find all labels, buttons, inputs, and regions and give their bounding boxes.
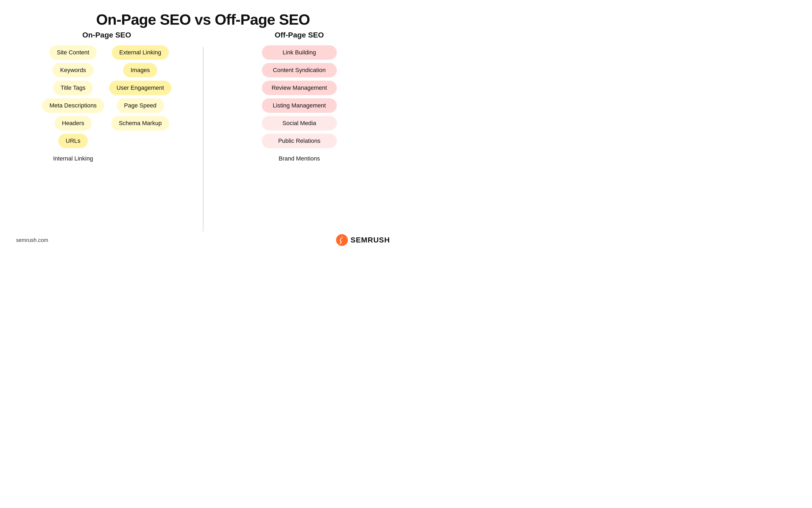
on-page-label: On-Page SEO [82, 31, 131, 39]
list-item: External Linking [112, 45, 169, 60]
columns-wrapper: On-Page SEO Site Content Keywords Title … [16, 31, 390, 231]
list-item: Keywords [52, 63, 93, 77]
list-item: URLs [58, 134, 88, 148]
semrush-brand-text: SEMRUSH [350, 236, 390, 244]
column-divider [203, 47, 203, 231]
list-item: Headers [54, 116, 92, 130]
on-page-inner: Site Content Keywords Title Tags Meta De… [16, 45, 198, 166]
off-page-column: Off-Page SEO Link Building Content Syndi… [209, 31, 390, 231]
off-page-label: Off-Page SEO [275, 31, 324, 39]
list-item: Site Content [49, 45, 97, 60]
on-page-subcol2: External Linking Images User Engagement … [109, 45, 172, 166]
off-page-items: Link Building Content Syndication Review… [209, 45, 390, 166]
list-item: User Engagement [109, 81, 172, 95]
svg-point-0 [336, 234, 348, 246]
list-item: Content Syndication [262, 63, 337, 77]
footer: semrush.com SEMRUSH [16, 234, 390, 246]
list-item: Brand Mentions [262, 152, 337, 166]
page-title: On-Page SEO vs Off-Page SEO [96, 11, 310, 28]
list-item: Schema Markup [111, 116, 169, 130]
list-item: Review Management [262, 81, 337, 95]
semrush-icon [336, 234, 348, 246]
list-item: Listing Management [262, 98, 337, 113]
on-page-subcol1: Site Content Keywords Title Tags Meta De… [42, 45, 104, 166]
list-item: Title Tags [53, 81, 93, 95]
list-item: Link Building [262, 45, 337, 60]
semrush-logo: SEMRUSH [336, 234, 390, 246]
list-item: Public Relations [262, 134, 337, 148]
list-item: Images [123, 63, 157, 77]
list-item: Social Media [262, 116, 337, 130]
list-item: Internal Linking [46, 152, 100, 166]
on-page-column: On-Page SEO Site Content Keywords Title … [16, 31, 198, 231]
list-item: Page Speed [117, 98, 164, 113]
footer-url: semrush.com [16, 237, 48, 243]
list-item: Meta Descriptions [42, 98, 104, 113]
